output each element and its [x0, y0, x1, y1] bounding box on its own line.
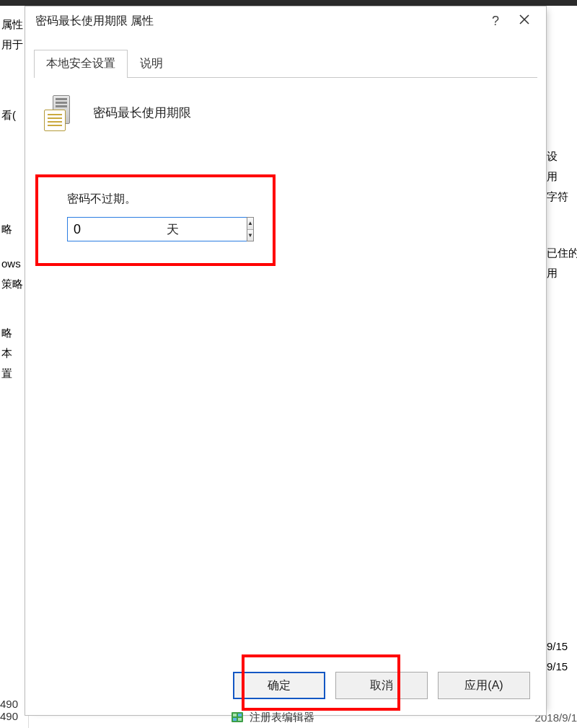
bg-label: 用 [547, 170, 577, 190]
policy-name-label: 密码最长使用期限 [93, 105, 191, 121]
properties-dialog: 密码最长使用期限 属性 ? 本地安全设置 说明 密码最长使用期限 密码不过期。 [25, 6, 547, 716]
days-input[interactable] [67, 217, 247, 241]
bg-label: 字符 [547, 190, 577, 210]
policy-icon [43, 94, 80, 131]
bg-label: 设 [547, 150, 577, 170]
svg-rect-3 [233, 714, 237, 716]
highlight-annotation: 密码不过期。 ▲ ▼ 天 [35, 174, 276, 266]
tab-description[interactable]: 说明 [128, 50, 175, 77]
tab-local-security[interactable]: 本地安全设置 [34, 50, 128, 78]
svg-rect-5 [233, 718, 237, 721]
bg-label: 已住的 [547, 247, 577, 267]
bg-label: 9/15 [547, 640, 577, 660]
dialog-title: 密码最长使用期限 属性 [35, 14, 481, 29]
spinner-down-button[interactable]: ▼ [247, 230, 253, 241]
spinner-up-button[interactable]: ▲ [247, 218, 253, 230]
registry-icon [231, 711, 244, 724]
close-icon [519, 14, 530, 25]
dialog-button-bar: 确定 取消 应用(A) [233, 672, 530, 699]
password-expire-label: 密码不过期。 [67, 192, 244, 207]
svg-rect-6 [238, 718, 242, 721]
days-spinner: ▲ ▼ [67, 217, 155, 241]
title-bar: 密码最长使用期限 属性 ? [25, 6, 546, 35]
taskbar-item: 注册表编辑器 [0, 706, 577, 728]
ok-button[interactable]: 确定 [233, 672, 325, 699]
cancel-button[interactable]: 取消 [335, 672, 428, 699]
tab-strip: 本地安全设置 说明 [34, 50, 537, 78]
bg-label: 9/15 [547, 660, 577, 680]
apply-button[interactable]: 应用(A) [438, 672, 530, 699]
svg-rect-4 [238, 714, 242, 716]
close-button[interactable] [510, 14, 539, 28]
help-button[interactable]: ? [481, 14, 510, 29]
taskbar-label: 注册表编辑器 [250, 711, 314, 724]
bg-label: 用 [547, 267, 577, 287]
days-unit-label: 天 [167, 221, 179, 238]
